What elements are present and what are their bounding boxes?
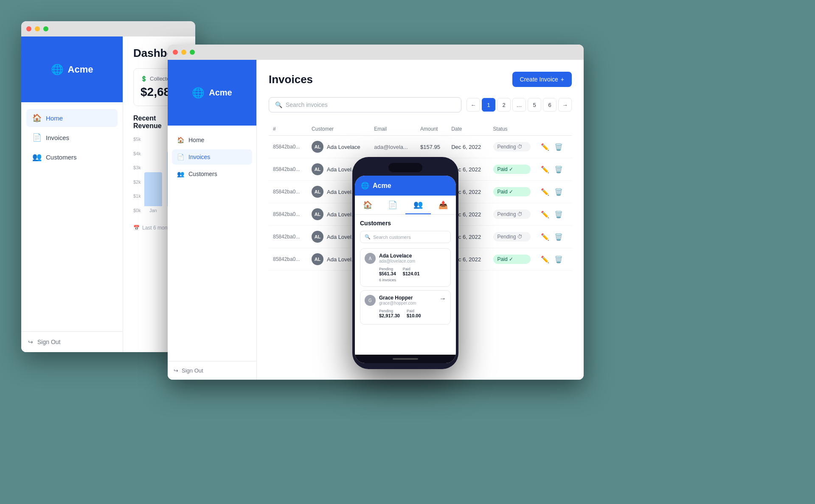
home-icon: 🏠: [32, 113, 42, 123]
cell-actions: ✏️ 🗑️: [535, 136, 572, 158]
cell-id: 85842ba0...: [269, 158, 307, 181]
inv-sidebar-customers[interactable]: 👥 Customers: [172, 166, 252, 182]
next-page-button[interactable]: →: [558, 98, 572, 112]
maximize-button[interactable]: [43, 26, 48, 31]
sidebar-item-customers-label: Customers: [46, 154, 77, 161]
dashboard-sidebar: 🌐 Acme 🏠 Home 📄 Invoices 👥 Customers ↪: [21, 36, 123, 352]
create-invoice-label: Create Invoice: [520, 76, 558, 83]
status-badge: Paid ✓: [493, 187, 531, 196]
invoices-titlebar: [168, 45, 584, 60]
phone-globe-icon: 🌐: [361, 182, 369, 190]
paid-stat: Paid $10.00: [407, 309, 421, 318]
create-invoice-button[interactable]: Create Invoice +: [512, 72, 572, 87]
edit-button[interactable]: ✏️: [539, 141, 551, 153]
cell-actions: ✏️ 🗑️: [535, 226, 572, 248]
phone-customer-name: Grace Hopper: [379, 295, 436, 301]
delete-button[interactable]: 🗑️: [553, 186, 565, 198]
status-badge: Paid ✓: [493, 165, 531, 174]
invoices-search-placeholder: Search invoices: [286, 101, 328, 108]
invoices-nav: 🏠 Home 📄 Invoices 👥 Customers: [168, 126, 256, 361]
signout-label: Sign Out: [37, 339, 60, 345]
page-6-button[interactable]: 6: [543, 98, 556, 112]
customer-avatar: AL: [312, 208, 323, 220]
edit-button[interactable]: ✏️: [539, 164, 551, 175]
prev-page-button[interactable]: ←: [467, 98, 480, 112]
phone-customer-email: ada@lovelace.com: [379, 259, 446, 263]
inv-home-label: Home: [188, 137, 204, 143]
pagination: ← 1 2 … 5 6 →: [467, 98, 572, 112]
status-badge: Paid ✓: [493, 255, 531, 264]
close-button[interactable]: [26, 26, 31, 31]
edit-button[interactable]: ✏️: [539, 254, 551, 265]
page-2-button[interactable]: 2: [497, 98, 511, 112]
inv-customers-icon: 👥: [177, 171, 184, 177]
table-row: 85842ba0... AL Ada Lovelace ada@lovela..…: [269, 136, 572, 158]
edit-button[interactable]: ✏️: [539, 231, 551, 243]
page-5-button[interactable]: 5: [528, 98, 541, 112]
sidebar-item-home[interactable]: 🏠 Home: [26, 109, 118, 127]
invoices-sidebar: 🌐 Acme 🏠 Home 📄 Invoices 👥 Customers ↪: [168, 60, 257, 380]
inv-sidebar-invoices[interactable]: 📄 Invoices: [172, 149, 252, 165]
phone-customers-list: A Ada Lovelace ada@lovelace.com Pending …: [360, 248, 451, 325]
sidebar-item-home-label: Home: [46, 115, 63, 122]
edit-button[interactable]: ✏️: [539, 209, 551, 220]
delete-button[interactable]: 🗑️: [553, 254, 565, 265]
sidebar-item-customers[interactable]: 👥 Customers: [26, 148, 118, 166]
customers-icon: 👥: [32, 152, 42, 162]
bar-jan: [144, 172, 162, 206]
page-1-button[interactable]: 1: [482, 98, 495, 112]
invoices-search-box[interactable]: 🔍 Search invoices: [269, 97, 461, 112]
col-amount: Amount: [416, 123, 447, 136]
invoices-count: 6 invoices: [379, 278, 446, 282]
phone-customer-card[interactable]: A Ada Lovelace ada@lovelace.com Pending …: [360, 248, 451, 287]
minimize-button[interactable]: [35, 26, 40, 31]
customer-avatar: AL: [312, 163, 323, 175]
phone-screen: 🌐 Acme 🏠 📄 👥 📤 Customers 🔍 Search custom…: [355, 176, 456, 363]
cell-id: 85842ba0...: [269, 136, 307, 158]
phone-logo-bar: 🌐 Acme: [355, 176, 456, 196]
phone-customer-card[interactable]: G Grace Hopper grace@hopper.com Pending …: [360, 290, 451, 325]
phone-tab-home[interactable]: 🏠: [355, 196, 380, 214]
invoices-logo: 🌐 Acme: [168, 60, 256, 126]
phone-tab-invoices[interactable]: 📄: [380, 196, 406, 214]
dashboard-nav: 🏠 Home 📄 Invoices 👥 Customers: [21, 102, 123, 331]
phone-content: Customers 🔍 Search customers A Ada Lovel…: [355, 215, 456, 355]
delete-button[interactable]: 🗑️: [553, 231, 565, 243]
plus-icon: +: [561, 76, 564, 83]
phone-tab-customers[interactable]: 👥: [405, 196, 431, 214]
invoices-signout[interactable]: ↪ Sign Out: [168, 361, 256, 380]
status-badge: Pending ⏱: [493, 142, 531, 151]
mobile-phone: 🌐 Acme 🏠 📄 👥 📤 Customers 🔍 Search custom…: [352, 157, 458, 369]
search-icon: 🔍: [275, 101, 282, 108]
sidebar-item-invoices[interactable]: 📄 Invoices: [26, 129, 118, 146]
dashboard-signout[interactable]: ↪ Sign Out: [21, 331, 123, 352]
phone-search-icon: 🔍: [365, 234, 371, 240]
cell-id: 85842ba0...: [269, 226, 307, 248]
customer-avatar: AL: [312, 141, 323, 153]
inv-minimize-button[interactable]: [181, 50, 186, 55]
phone-search-placeholder: Search customers: [373, 235, 411, 240]
inv-invoices-icon: 📄: [177, 154, 184, 160]
edit-button[interactable]: ✏️: [539, 186, 551, 198]
phone-bottom-bar: [355, 355, 456, 363]
inv-sidebar-home[interactable]: 🏠 Home: [172, 132, 252, 148]
cell-id: 85842ba0...: [269, 203, 307, 226]
cell-actions: ✏️ 🗑️: [535, 181, 572, 203]
cell-actions: ✏️ 🗑️: [535, 203, 572, 226]
customer-avatar: AL: [312, 186, 323, 198]
dashboard-logo-text: Acme: [68, 64, 93, 75]
cell-actions: ✏️ 🗑️: [535, 158, 572, 181]
signout-icon: ↪: [28, 339, 33, 345]
cell-status: Paid ✓: [489, 158, 535, 181]
customer-avatar: AL: [312, 231, 323, 243]
delete-button[interactable]: 🗑️: [553, 141, 565, 153]
phone-search-box[interactable]: 🔍 Search customers: [360, 231, 451, 243]
cell-status: Pending ⏱: [489, 226, 535, 248]
delete-button[interactable]: 🗑️: [553, 209, 565, 220]
phone-tab-export[interactable]: 📤: [431, 196, 456, 214]
delete-button[interactable]: 🗑️: [553, 164, 565, 175]
chart-bar-jan: Jan: [144, 172, 162, 213]
inv-close-button[interactable]: [173, 50, 178, 55]
inv-maximize-button[interactable]: [190, 50, 195, 55]
calendar-icon: 📅: [133, 225, 140, 231]
